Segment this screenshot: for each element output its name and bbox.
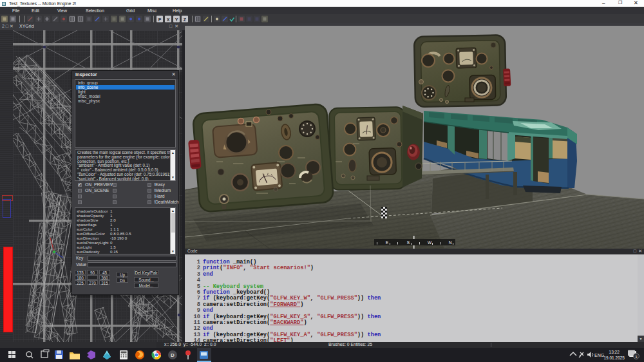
svg-text:D: D [171, 352, 175, 358]
svg-text:X: X [167, 17, 170, 22]
svg-text:N: N [449, 240, 452, 245]
svg-text:Z: Z [184, 17, 187, 22]
svg-text:Y: Y [175, 17, 178, 22]
svg-text:S: S [407, 240, 410, 245]
svg-text:W: W [428, 240, 432, 245]
svg-text:E: E [386, 240, 389, 245]
svg-text:ENG: ENG [594, 353, 604, 357]
svg-text:P: P [158, 17, 162, 22]
